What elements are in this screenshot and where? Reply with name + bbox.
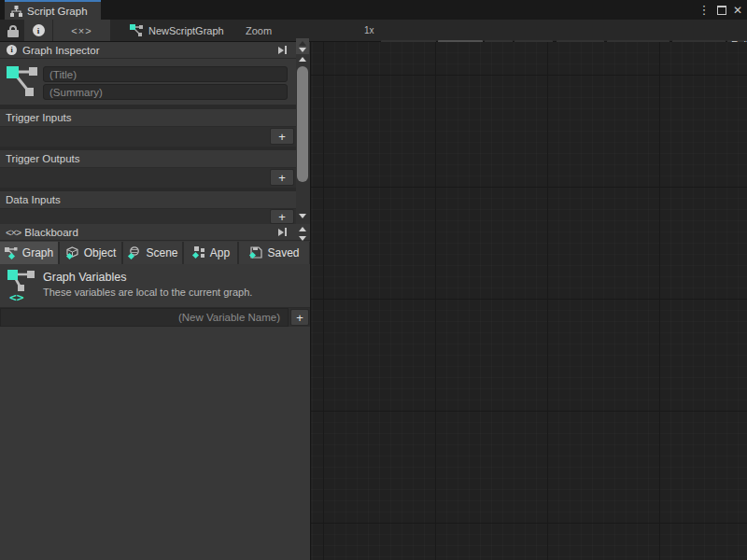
scroll-up-icon[interactable] <box>299 57 306 62</box>
tab-graph[interactable]: Graph <box>0 242 58 264</box>
script-graph-window: Script Graph ⋮ ✕ i <×> NewScriptGraph Zo… <box>0 0 747 560</box>
new-variable-input[interactable] <box>0 308 289 327</box>
close-icon[interactable]: ✕ <box>730 0 745 20</box>
variables-icon: <×> <box>6 227 21 238</box>
data-inputs-list <box>0 209 296 224</box>
tab-title: Script Graph <box>27 6 88 17</box>
graph-variables-description: These variables are local to the current… <box>43 287 252 298</box>
svg-text:<>: <> <box>9 290 24 302</box>
maximize-icon[interactable] <box>713 0 730 20</box>
sidebar: i Graph Inspector Trigger Inputs + Trigg… <box>0 42 310 560</box>
graph-variables-icon <box>5 247 18 259</box>
scroll-down-icon <box>299 48 306 52</box>
graph-toolbar: i <×> NewScriptGraph Zoom 1x Relations V… <box>0 20 747 42</box>
scroll-down-icon[interactable] <box>299 236 306 241</box>
app-variables-icon <box>191 246 205 259</box>
dock-panel-icon[interactable] <box>274 226 290 238</box>
blackboard-title: Blackboard <box>24 227 78 238</box>
variables-toggle-button[interactable]: <×> <box>53 20 110 41</box>
graph-node-icon <box>6 64 39 99</box>
graph-reference[interactable]: NewScriptGraph <box>130 20 224 41</box>
dock-panel-icon[interactable] <box>274 44 290 56</box>
data-inputs-header: Data Inputs <box>0 191 296 209</box>
graph-inspector-header: i Graph Inspector <box>0 42 310 59</box>
graph-node-icon <box>130 24 144 36</box>
trigger-outputs-list <box>0 168 296 188</box>
tab-scene[interactable]: Scene <box>123 242 182 264</box>
lock-icon[interactable] <box>7 25 19 37</box>
info-icon: i <box>7 45 17 55</box>
trigger-inputs-list <box>0 127 296 147</box>
scrollbar-thumb[interactable] <box>297 66 308 182</box>
saved-variables-icon <box>248 246 262 259</box>
tab-app[interactable]: App <box>184 242 237 264</box>
info-icon: i <box>33 24 45 36</box>
tab-saved[interactable]: Saved <box>239 242 309 264</box>
tab-bar: Script Graph ⋮ ✕ <box>0 0 747 20</box>
new-variable-row: + <box>0 308 310 327</box>
blackboard-header: <×> Blackboard <box>0 224 310 241</box>
blackboard-tabs: Graph Object Scene <box>0 242 310 264</box>
inspect-toggle-button[interactable]: i <box>24 20 52 41</box>
trigger-inputs-header: Trigger Inputs <box>0 109 296 127</box>
trigger-outputs-header: Trigger Outputs <box>0 150 296 168</box>
tab-script-graph[interactable]: Script Graph <box>5 0 101 20</box>
graph-canvas[interactable] <box>310 42 747 560</box>
scroll-down-icon[interactable] <box>299 214 306 218</box>
tab-object[interactable]: Object <box>60 242 121 264</box>
add-data-input-button[interactable]: + <box>270 209 294 224</box>
scroll-up-icon <box>299 41 306 46</box>
window-menu-icon[interactable]: ⋮ <box>697 0 712 20</box>
title-field[interactable] <box>43 66 288 82</box>
graph-name: NewScriptGraph <box>148 25 224 36</box>
zoom-value: 1x <box>364 20 374 41</box>
graph-variables-icon: <> <box>7 269 35 302</box>
scene-variables-icon <box>127 246 141 259</box>
add-trigger-output-button[interactable]: + <box>270 169 294 186</box>
object-variables-icon <box>65 246 79 259</box>
add-variable-button[interactable]: + <box>290 309 309 326</box>
scroll-up-icon[interactable] <box>299 227 306 231</box>
inspector-fields <box>0 59 296 105</box>
zoom-label: Zoom <box>246 20 272 41</box>
graph-variables-info: <> Graph Variables These variables are l… <box>0 264 310 308</box>
add-trigger-input-button[interactable]: + <box>270 128 294 145</box>
scroll-arrows[interactable] <box>296 38 309 54</box>
summary-field[interactable] <box>43 84 288 100</box>
graph-inspector-title: Graph Inspector <box>22 45 99 56</box>
script-graph-icon <box>10 6 22 17</box>
graph-variables-title: Graph Variables <box>43 271 126 284</box>
